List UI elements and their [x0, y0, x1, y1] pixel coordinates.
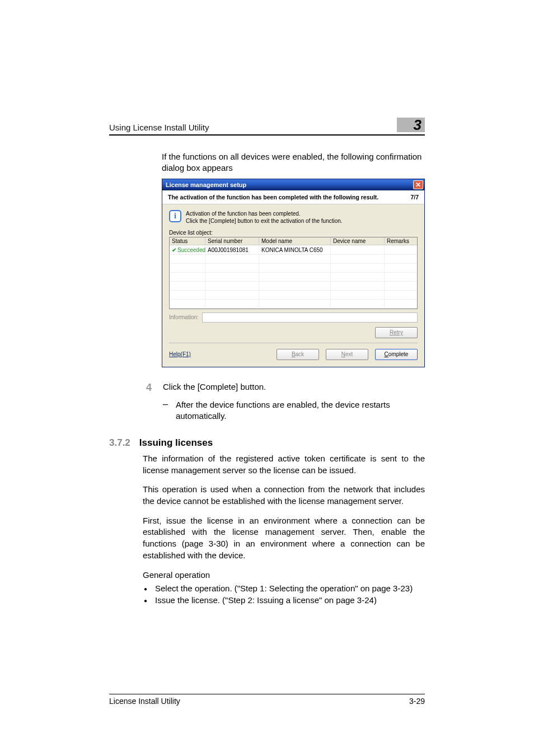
col-serial: Serial number	[205, 237, 259, 245]
back-label: Back	[292, 351, 304, 357]
dash-bullet: –	[163, 399, 168, 422]
col-model: Model name	[259, 237, 331, 245]
general-operation-label: General operation	[143, 570, 425, 581]
back-button: Back	[277, 349, 319, 360]
section-number: 3.7.2	[109, 437, 130, 449]
section-p3: First, issue the license in an environme…	[143, 515, 425, 562]
license-setup-dialog: License management setup ✕ The activatio…	[162, 179, 425, 367]
bullet-2: Issue the license. ("Step 2: Issuing a l…	[143, 595, 425, 606]
chapter-number: 3	[414, 116, 421, 134]
info-message: Activation of the function has been comp…	[186, 210, 343, 225]
status-text: Succeeded	[177, 247, 205, 253]
cell-model: KONICA MINOLTA C650	[259, 246, 331, 254]
next-label: Next	[341, 351, 353, 357]
information-field	[202, 312, 418, 323]
step-4-text: Click the [Complete] button.	[163, 382, 425, 394]
section-title: Issuing licenses	[139, 437, 213, 449]
dialog-titlebar: License management setup ✕	[162, 179, 424, 190]
completed-text: The activation of the function has been …	[168, 194, 378, 200]
table-header-row: Status Serial number Model name Device n…	[170, 237, 417, 246]
dialog-divider	[169, 343, 418, 343]
info-line-1: Activation of the function has been comp…	[186, 210, 343, 218]
next-button: Next	[326, 349, 368, 360]
dialog-subheader: The activation of the function has been …	[162, 190, 424, 204]
cell-remarks	[385, 246, 417, 254]
table-row[interactable]: ✔ Succeeded A00J001981081 KONICA MINOLTA…	[170, 246, 417, 255]
complete-label: Complete	[385, 351, 409, 357]
retry-button: Retry	[375, 327, 418, 338]
step-number-4: 4	[144, 382, 152, 394]
step-4-sub-text: After the device functions are enabled, …	[176, 399, 425, 422]
dialog-title: License management setup	[166, 181, 246, 188]
info-line-2: Click the [Complete] button to exit the …	[186, 217, 343, 225]
cell-device	[331, 246, 385, 254]
chapter-number-box: 3	[397, 118, 425, 132]
footer-page-number: 3-29	[409, 697, 425, 706]
close-icon[interactable]: ✕	[413, 180, 423, 189]
cell-serial: A00J001981081	[205, 246, 259, 254]
complete-button[interactable]: Complete	[375, 349, 418, 360]
col-remarks: Remarks	[385, 237, 417, 245]
intro-paragraph: If the functions on all devices were ena…	[162, 151, 425, 174]
help-link[interactable]: Help(F1)	[169, 351, 191, 357]
section-p2: This operation is used when a connection…	[143, 484, 425, 507]
step-indicator: 7/7	[410, 194, 419, 200]
footer-left: License Install Utility	[109, 697, 180, 706]
col-device: Device name	[331, 237, 385, 245]
device-table: Status Serial number Model name Device n…	[169, 237, 418, 309]
footer-rule	[109, 694, 425, 694]
section-p1: The information of the registered active…	[143, 453, 425, 476]
running-header: Using License Install Utility	[109, 123, 209, 132]
device-list-label: Device list object:	[162, 226, 424, 237]
col-status: Status	[170, 237, 205, 245]
bullet-1: Select the operation. ("Step 1: Selectin…	[143, 583, 425, 595]
information-label: Information:	[169, 314, 199, 320]
check-icon: ✔	[172, 247, 176, 253]
cell-status: ✔ Succeeded	[170, 246, 205, 254]
retry-label: Retry	[390, 329, 403, 335]
info-icon: i	[169, 210, 181, 222]
header-rule	[109, 134, 425, 136]
